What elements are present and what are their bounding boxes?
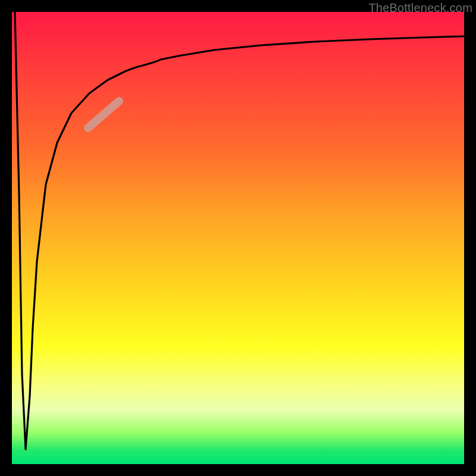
- bottleneck-curve: [15, 12, 464, 449]
- highlight-segment: [88, 101, 119, 128]
- watermark-text: TheBottleneck.com: [368, 1, 472, 15]
- curve-layer: [12, 12, 464, 464]
- chart-frame: TheBottleneck.com: [0, 0, 476, 476]
- plot-area: [12, 12, 464, 464]
